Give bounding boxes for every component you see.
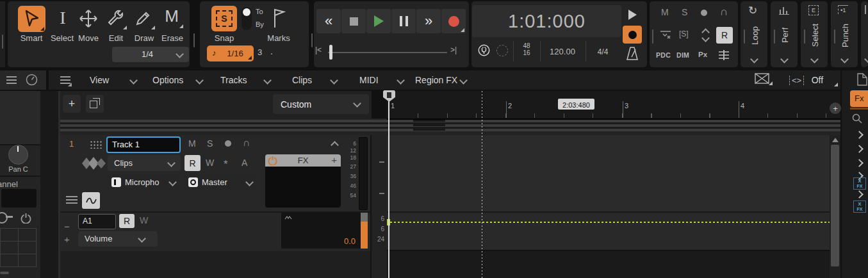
lane-collapse-button[interactable]: − [64,221,70,232]
metronome-button[interactable] [625,45,639,61]
scroll-up-arrow[interactable] [832,138,839,142]
seek-end-label[interactable]: >| [450,45,457,54]
fader-icon[interactable] [719,51,729,60]
draw-tool-button[interactable] [133,8,155,31]
headphones-icon[interactable]: ∩ [720,6,728,19]
xfx-plugin-icon[interactable]: X FX [853,200,866,213]
horizontal-scrollbar-thumb[interactable] [0,272,9,274]
px-button[interactable]: Px [698,51,707,58]
lane-fader-bar[interactable] [361,222,368,249]
vertical-scrollbar[interactable] [830,135,840,278]
clips-track-row[interactable] [387,135,830,213]
loop-module[interactable]: ↻ Loop [741,1,767,67]
track-detail-icon[interactable] [66,196,78,204]
snap-toggle-button[interactable]: S [211,6,237,31]
inspector-grid[interactable] [0,228,37,267]
pause-button[interactable] [391,9,416,33]
tempo-display[interactable]: 120.00 [543,47,582,56]
output-dropdown[interactable]: Master [184,174,258,190]
now-time-display[interactable]: 1:01:000 [472,5,621,37]
menu-tracks[interactable]: Tracks [220,75,247,85]
global-arm-button[interactable]: R [716,27,733,44]
zoom-in-button[interactable]: + [830,102,841,114]
envelope-mode-button[interactable] [82,192,100,209]
menu-clips[interactable]: Clips [292,75,312,85]
clips-empty-area[interactable] [387,251,830,278]
crossfade-button[interactable]: <> Off [789,74,823,86]
document-icon[interactable] [857,73,867,86]
clips-lane-row[interactable] [387,213,830,250]
marks-button[interactable] [272,6,287,30]
automation-a-button[interactable]: A [242,158,247,168]
track-view-options-button[interactable] [755,73,769,84]
global-solo-button[interactable]: S [682,7,687,17]
smart-tool-button[interactable] [18,6,45,32]
lane-fader-cap[interactable] [361,213,368,222]
erase-tool-button[interactable]: M [160,6,183,31]
lane-expand-button[interactable]: + [64,234,70,245]
lane-read-button[interactable]: R [119,214,135,228]
select-module[interactable]: E Select [801,1,828,67]
record-dot-icon[interactable] [701,10,707,16]
track-name-input[interactable]: Track 1 [106,136,181,153]
filter-icon[interactable] [60,76,70,84]
channel-value-box[interactable] [1,189,37,208]
rewind-button[interactable]: « [316,9,341,33]
track-solo-button[interactable]: S [207,138,213,149]
record-button[interactable] [441,9,466,33]
lane-name-input[interactable]: A1 [78,214,116,229]
panel-splitter[interactable] [40,91,60,278]
menu-midi[interactable]: MIDI [359,75,379,85]
track-manager-icon[interactable] [6,76,17,84]
pan-knob[interactable] [8,145,28,165]
menu-view[interactable]: View [90,75,109,85]
track-view-preset-dropdown[interactable]: Custom [273,94,369,114]
seek-slider-handle[interactable] [329,45,332,60]
time-signature-display[interactable]: 4/4 [588,47,618,56]
perf-module[interactable]: Perf [771,1,798,67]
snap-asterisk-button[interactable]: * [224,158,228,171]
stop-button[interactable] [341,9,366,33]
move-tool-button[interactable] [78,8,99,29]
mini-play-button[interactable] [628,10,637,20]
headphones-icon[interactable]: ∩ [243,137,250,149]
dim-solo-icon[interactable] [660,29,671,40]
controlbar-edge[interactable] [0,1,5,67]
add-track-button[interactable]: + [63,95,81,113]
sample-rate-display[interactable]: 48 16 [516,42,537,56]
module-grip[interactable] [652,29,653,44]
xfx-plugin-icon[interactable]: X FX [853,177,866,190]
input-dropdown[interactable]: Micropho [108,174,181,190]
track-arm-dot[interactable] [225,140,231,147]
audio-engine-icon[interactable] [478,44,490,56]
play-button[interactable] [366,9,391,33]
dim-button[interactable]: DIM [676,51,689,59]
punch-module[interactable]: •1 Punch [831,1,858,67]
search-icon[interactable] [852,113,862,124]
pane-splitter-bar[interactable] [60,119,840,135]
track-mute-button[interactable]: M [188,138,196,149]
automation-write-button[interactable]: W [206,158,214,168]
gauge-icon[interactable] [26,74,38,86]
select-tool-button[interactable]: I [56,8,69,29]
pdc-button[interactable]: PDC [656,51,671,59]
edit-filter-dropdown[interactable]: Clips [108,155,181,171]
scrollbar-thumb[interactable] [831,145,839,266]
clipped-module[interactable] [861,1,868,67]
snap-resolution-dropdown[interactable]: ♪ 1/16 [207,45,254,61]
exclusive-solo-button[interactable]: [S] [679,29,689,38]
track-drag-handle[interactable] [90,140,102,149]
lane-write-button[interactable]: W [140,215,148,225]
fast-forward-button[interactable]: » [416,9,441,33]
edit-tool-button[interactable] [105,8,127,31]
menu-options[interactable]: Options [152,75,183,85]
power-icon[interactable] [20,213,31,224]
automation-read-button[interactable]: R [184,155,201,171]
snap-to-by-toggle[interactable] [242,7,252,30]
duplicate-track-button[interactable] [86,95,104,113]
module-grip[interactable] [311,33,313,47]
sync-icon[interactable] [701,28,710,42]
global-mute-button[interactable]: M [661,7,669,17]
volume-envelope-line[interactable] [390,222,830,223]
fx-rack-header[interactable]: FX + [265,154,341,167]
